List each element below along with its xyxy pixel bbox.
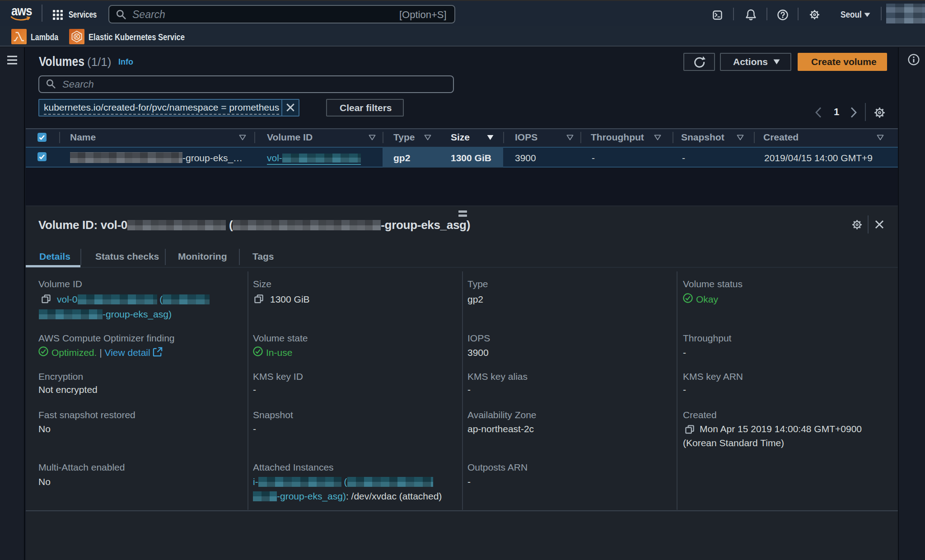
svg-text:K: K	[75, 34, 79, 39]
